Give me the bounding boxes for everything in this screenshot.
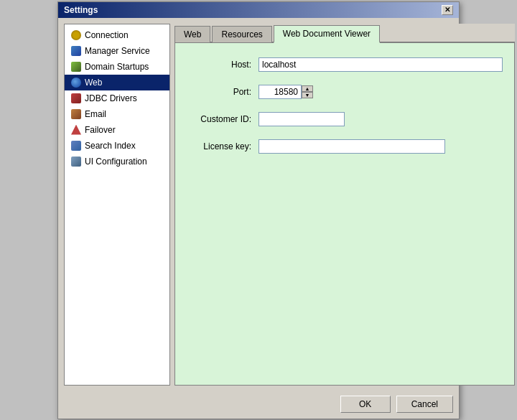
search-index-icon xyxy=(70,140,82,151)
license-key-label: License key: xyxy=(187,141,258,151)
sidebar-item-failover[interactable]: Failover xyxy=(65,122,169,138)
port-input[interactable] xyxy=(258,85,302,99)
dialog-body: Connection Manager Service Domain Startu… xyxy=(58,18,459,391)
license-key-row: License key: xyxy=(187,139,503,154)
port-spin-down[interactable]: ▼ xyxy=(302,92,313,98)
host-label: Host: xyxy=(187,60,258,70)
port-spinner: ▲ ▼ xyxy=(302,85,313,98)
host-input[interactable] xyxy=(258,57,503,72)
port-row: Port: ▲ ▼ xyxy=(187,85,503,99)
jdbc-icon xyxy=(70,93,82,104)
web-icon xyxy=(70,77,82,88)
sidebar-item-manager-service[interactable]: Manager Service xyxy=(65,43,169,59)
sidebar: Connection Manager Service Domain Startu… xyxy=(64,24,170,386)
failover-icon xyxy=(70,124,82,136)
dialog-footer: OK Cancel xyxy=(58,391,459,419)
sidebar-item-jdbc[interactable]: JDBC Drivers xyxy=(65,90,169,106)
ui-icon xyxy=(70,156,82,167)
port-label: Port: xyxy=(187,87,258,97)
title-bar: Settings ✕ xyxy=(58,2,459,18)
tab-web[interactable]: Web xyxy=(174,26,210,42)
sidebar-item-email[interactable]: Email xyxy=(65,106,169,122)
host-row: Host: xyxy=(187,57,503,72)
manager-icon xyxy=(70,45,82,57)
sidebar-label-failover: Failover xyxy=(85,125,116,135)
tab-bar: Web Resources Web Document Viewer xyxy=(174,24,515,43)
ok-button[interactable]: OK xyxy=(340,396,391,413)
customer-id-input[interactable] xyxy=(258,112,345,126)
main-area: Web Resources Web Document Viewer Host: … xyxy=(174,24,515,386)
domain-icon xyxy=(70,61,82,73)
sidebar-item-domain-startups[interactable]: Domain Startups xyxy=(65,59,169,75)
sidebar-item-web[interactable]: Web xyxy=(65,75,169,90)
port-spin-up[interactable]: ▲ xyxy=(302,85,313,92)
dialog-title: Settings xyxy=(64,5,98,15)
sidebar-label-jdbc: JDBC Drivers xyxy=(85,93,137,103)
sidebar-label-ui: UI Configuration xyxy=(85,157,147,167)
cancel-button[interactable]: Cancel xyxy=(396,396,453,413)
tab-content: Host: Port: ▲ ▼ Customer ID: xyxy=(174,43,515,386)
sidebar-item-search-index[interactable]: Search Index xyxy=(65,138,169,154)
tab-resources[interactable]: Resources xyxy=(212,26,271,42)
tab-web-document-viewer[interactable]: Web Document Viewer xyxy=(274,25,380,43)
sidebar-item-ui-configuration[interactable]: UI Configuration xyxy=(65,154,169,169)
sidebar-item-connection[interactable]: Connection xyxy=(65,27,169,43)
email-icon xyxy=(70,108,82,120)
close-button[interactable]: ✕ xyxy=(442,5,453,15)
sidebar-label-search: Search Index xyxy=(85,141,136,151)
connection-icon xyxy=(70,29,82,41)
sidebar-label-domain: Domain Startups xyxy=(85,62,149,72)
customer-id-row: Customer ID: xyxy=(187,112,503,126)
port-wrapper: ▲ ▼ xyxy=(258,85,313,99)
sidebar-label-email: Email xyxy=(85,109,106,119)
license-key-input[interactable] xyxy=(258,139,445,154)
sidebar-label-web: Web xyxy=(85,78,102,88)
sidebar-label-manager: Manager Service xyxy=(85,46,150,56)
customer-id-label: Customer ID: xyxy=(187,114,258,124)
settings-dialog: Settings ✕ Connection Manager Service Do… xyxy=(57,1,460,419)
sidebar-label-connection: Connection xyxy=(85,30,129,40)
